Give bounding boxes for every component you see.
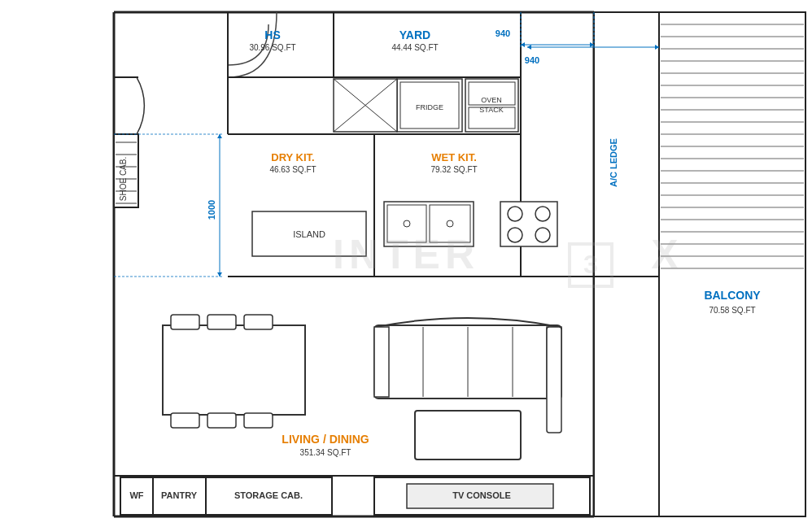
- svg-text:DRY KIT.: DRY KIT.: [271, 151, 314, 163]
- svg-text:YARD: YARD: [399, 28, 430, 41]
- svg-text:WET KIT.: WET KIT.: [431, 151, 477, 163]
- svg-text:46.63 SQ.FT: 46.63 SQ.FT: [269, 165, 316, 174]
- svg-text:FRIDGE: FRIDGE: [416, 103, 443, 111]
- floorplan-svg: INTER 3 X HS 30.96 SQ.FT YARD 44.44 SQ.F…: [0, 0, 812, 527]
- svg-text:79.32 SQ.FT: 79.32 SQ.FT: [430, 165, 477, 174]
- svg-rect-81: [374, 327, 389, 397]
- svg-text:A/C LEDGE: A/C LEDGE: [609, 138, 618, 187]
- svg-text:351.34 SQ.FT: 351.34 SQ.FT: [300, 448, 351, 457]
- svg-text:1000: 1000: [207, 200, 216, 220]
- svg-rect-74: [171, 413, 199, 428]
- svg-text:WF: WF: [129, 490, 143, 500]
- svg-text:44.44 SQ.FT: 44.44 SQ.FT: [391, 43, 438, 52]
- svg-text:STACK: STACK: [479, 106, 503, 114]
- floorplan: INTER 3 X HS 30.96 SQ.FT YARD 44.44 SQ.F…: [0, 0, 812, 527]
- svg-text:30.96 SQ.FT: 30.96 SQ.FT: [249, 43, 295, 52]
- svg-text:LIVING / DINING: LIVING / DINING: [282, 433, 369, 446]
- svg-rect-75: [207, 413, 236, 428]
- svg-text:SHOE CAB.: SHOE CAB.: [119, 157, 128, 201]
- svg-text:70.58 SQ.FT: 70.58 SQ.FT: [709, 306, 755, 315]
- svg-text:940: 940: [495, 28, 510, 38]
- svg-rect-71: [171, 315, 199, 329]
- svg-text:3: 3: [583, 250, 598, 279]
- svg-text:INTER: INTER: [333, 232, 479, 277]
- svg-rect-76: [244, 413, 273, 428]
- svg-text:HS: HS: [264, 28, 280, 41]
- svg-rect-83: [547, 327, 561, 433]
- svg-text:PANTRY: PANTRY: [161, 490, 198, 500]
- svg-text:BALCONY: BALCONY: [704, 289, 761, 302]
- svg-rect-6: [594, 12, 805, 516]
- svg-rect-72: [207, 315, 236, 329]
- svg-text:OVEN: OVEN: [481, 96, 502, 104]
- svg-rect-70: [163, 325, 305, 415]
- svg-text:ISLAND: ISLAND: [293, 229, 325, 239]
- svg-text:940: 940: [525, 55, 539, 65]
- svg-text:X: X: [651, 232, 683, 277]
- svg-text:TV CONSOLE: TV CONSOLE: [452, 490, 511, 500]
- svg-rect-73: [244, 315, 273, 329]
- svg-text:STORAGE CAB.: STORAGE CAB.: [234, 490, 303, 500]
- svg-rect-84: [415, 411, 521, 459]
